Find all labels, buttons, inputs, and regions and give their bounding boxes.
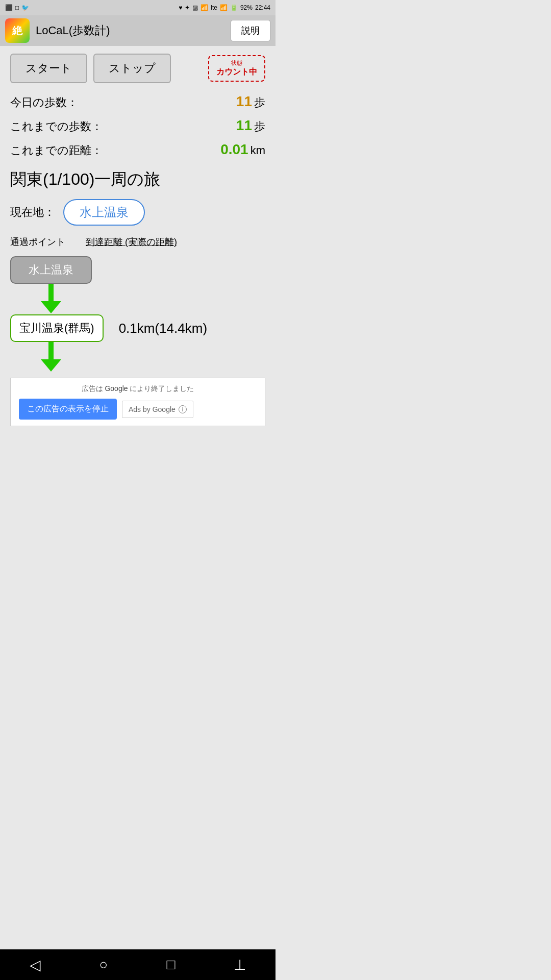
sim-icon: ▨ (192, 4, 198, 11)
explain-button[interactable]: 説明 (231, 20, 270, 41)
main-content: スタート ストップ 状態 カウント中 今日の歩数： 11 歩 これまでの歩数： … (0, 46, 276, 434)
total-distance-label: これまでの距離： (10, 143, 220, 158)
waypoint-header: 通過ポイント 到達距離 (実際の距離) (10, 236, 265, 248)
total-steps-row: これまでの歩数： 11 歩 (10, 117, 265, 134)
lte-label: lte (211, 4, 217, 11)
title-bar: 絶 LoCaL(歩数計) 説明 (0, 15, 276, 46)
waypoint-box-1[interactable]: 水上温泉 (10, 256, 92, 284)
journey-title: 関東(1/100)一周の旅 (10, 168, 265, 191)
app-icon-text: 絶 (12, 24, 22, 38)
svg-marker-1 (41, 301, 61, 313)
app-icon: 絶 (5, 18, 30, 43)
waypoint-header-dist: 到達距離 (実際の距離) (86, 236, 177, 248)
arrow-down-2 (36, 342, 66, 373)
waypoint-header-point: 通過ポイント (10, 236, 65, 248)
status-bar: ⬛ □ 🐦 ♥ ✦ ▨ 📶 lte 📶 🔋 92% 22:44 (0, 0, 276, 15)
app-title: LoCaL(歩数計) (36, 23, 224, 38)
today-steps-unit: 歩 (254, 95, 265, 110)
total-distance-row: これまでの距離： 0.01 km (10, 141, 265, 158)
status-right-info: ♥ ✦ ▨ 📶 lte 📶 🔋 92% 22:44 (179, 4, 270, 11)
image-icon: ⬛ (5, 4, 13, 11)
start-button[interactable]: スタート (10, 54, 87, 83)
ads-by-google[interactable]: Ads by Google i (122, 401, 193, 418)
bird-icon: 🐦 (21, 4, 29, 11)
ads-by-google-text: Ads by Google (129, 405, 176, 413)
current-location-badge[interactable]: 水上温泉 (63, 199, 145, 226)
waypoint-item-1: 水上温泉 (10, 256, 265, 284)
battery-icon: 🔋 (230, 4, 238, 11)
waypoint-dist-2: 0.1km(14.4km) (119, 321, 207, 336)
time-display: 22:44 (255, 4, 270, 11)
ad-section: 広告は Google により終了しました この広告の表示を停止 Ads by G… (10, 378, 265, 426)
today-steps-row: 今日の歩数： 11 歩 (10, 93, 265, 110)
ad-stop-button[interactable]: この広告の表示を停止 (19, 399, 117, 420)
waypoint-box-2[interactable]: 宝川温泉(群馬) (10, 314, 104, 342)
control-row: スタート ストップ 状態 カウント中 (10, 54, 265, 83)
total-steps-unit: 歩 (254, 119, 265, 134)
today-steps-value: 11 (236, 93, 252, 110)
status-badge-top: 状態 (216, 59, 257, 67)
signal-icon: 📶 (220, 4, 228, 11)
arrow-down-1 (36, 284, 66, 314)
ad-ended-google: Google (105, 384, 128, 393)
location-row: 現在地： 水上温泉 (10, 199, 265, 226)
status-badge: 状態 カウント中 (208, 55, 265, 82)
total-distance-unit: km (251, 144, 265, 157)
wifi-icon: 📶 (201, 4, 208, 11)
status-badge-bottom: カウント中 (216, 67, 257, 78)
bluetooth-icon: ✦ (185, 4, 190, 11)
total-steps-label: これまでの歩数： (10, 119, 236, 134)
ads-info-icon[interactable]: i (179, 405, 187, 413)
heart-icon: ♥ (179, 4, 182, 11)
square-icon: □ (15, 4, 19, 11)
ad-buttons-row: この広告の表示を停止 Ads by Google i (19, 399, 257, 420)
today-steps-label: 今日の歩数： (10, 95, 236, 110)
status-left-icons: ⬛ □ 🐦 (5, 4, 29, 11)
waypoint-item-2: 宝川温泉(群馬) 0.1km(14.4km) (10, 314, 265, 342)
total-steps-value: 11 (236, 117, 252, 134)
location-label: 現在地： (10, 205, 55, 220)
ad-ended-text: 広告は Google により終了しました (19, 384, 257, 394)
battery-level: 92% (240, 4, 253, 11)
svg-marker-3 (41, 359, 61, 372)
total-distance-value: 0.01 (220, 141, 248, 158)
stop-button[interactable]: ストップ (93, 54, 171, 83)
